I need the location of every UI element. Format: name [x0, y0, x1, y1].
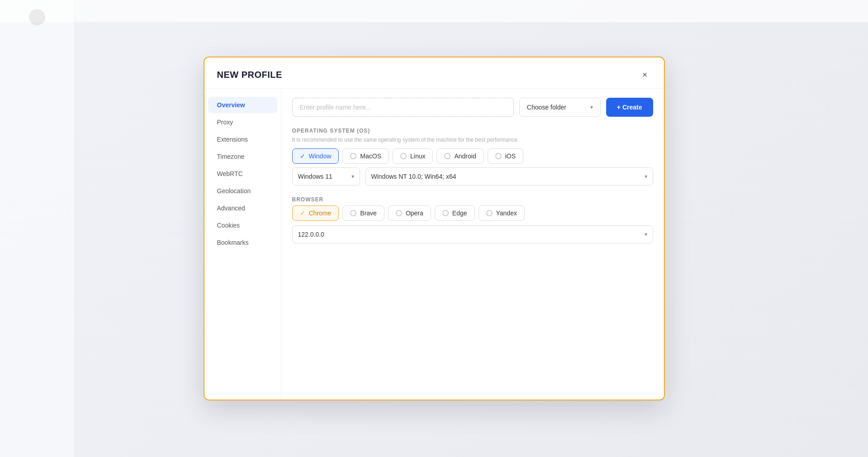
- radio-dot-macos: [350, 153, 356, 159]
- browser-section-label: BROWSER: [292, 196, 653, 203]
- nav-item-timezone[interactable]: Timezone: [208, 148, 277, 165]
- nav-item-webrtc[interactable]: WebRTC: [208, 166, 277, 182]
- radio-dot-brave: [350, 210, 356, 216]
- close-button[interactable]: ×: [639, 68, 651, 81]
- os-version-select[interactable]: Windows 11 ▾: [292, 167, 360, 186]
- os-agent-select[interactable]: Windows NT 10.0; Win64; x64 ▾: [365, 167, 653, 186]
- browser-section: BROWSER ✓ Chrome Brave: [292, 196, 653, 243]
- os-section-hint: It is recommended to use the same operat…: [292, 137, 653, 143]
- nav-item-extensions[interactable]: Extensions: [208, 131, 277, 148]
- create-button[interactable]: + Create: [606, 98, 653, 117]
- chevron-down-icon: ▾: [645, 231, 647, 238]
- os-option-macos-label: MacOS: [360, 152, 381, 160]
- browser-option-brave[interactable]: Brave: [342, 205, 384, 221]
- browser-option-brave-label: Brave: [360, 209, 377, 217]
- browser-version-value: 122.0.0.0: [298, 231, 324, 238]
- os-version-row: Windows 11 ▾ Windows NT 10.0; Win64; x64…: [292, 167, 653, 186]
- check-icon-chrome: ✓: [300, 209, 305, 217]
- nav-item-bookmarks[interactable]: Bookmarks: [208, 234, 277, 251]
- os-option-linux[interactable]: Linux: [393, 148, 433, 164]
- os-option-window-label: Window: [309, 152, 332, 160]
- folder-select[interactable]: Choose folder ▾: [519, 98, 601, 117]
- browser-option-opera-label: Opera: [406, 209, 423, 217]
- browser-option-edge-label: Edge: [452, 209, 467, 217]
- os-option-window[interactable]: ✓ Window: [292, 148, 339, 164]
- os-section: OPERATING SYSTEM (OS) It is recommended …: [292, 128, 653, 186]
- radio-dot-yandex: [486, 210, 493, 216]
- modal-nav: Overview Proxy Extensions Timezone WebRT…: [204, 89, 281, 400]
- os-section-label: OPERATING SYSTEM (OS): [292, 128, 653, 134]
- nav-item-overview[interactable]: Overview: [208, 97, 277, 113]
- modal-content: Choose folder ▾ + Create OPERATING SYSTE…: [281, 89, 664, 400]
- os-radio-group: ✓ Window MacOS Linux: [292, 148, 653, 164]
- os-option-ios[interactable]: iOS: [488, 148, 523, 164]
- os-agent-value: Windows NT 10.0; Win64; x64: [371, 173, 456, 180]
- browser-option-yandex[interactable]: Yandex: [479, 205, 525, 221]
- modal-title: NEW PROFILE: [217, 70, 282, 80]
- radio-dot-android: [444, 153, 451, 159]
- modal-body: Overview Proxy Extensions Timezone WebRT…: [204, 89, 664, 400]
- browser-option-edge[interactable]: Edge: [435, 205, 475, 221]
- modal-header: NEW PROFILE ×: [204, 57, 664, 89]
- browser-version-select[interactable]: 122.0.0.0 ▾: [292, 225, 653, 243]
- browser-option-chrome[interactable]: ✓ Chrome: [292, 205, 339, 221]
- browser-option-yandex-label: Yandex: [496, 209, 517, 217]
- os-option-android[interactable]: Android: [436, 148, 484, 164]
- nav-item-cookies[interactable]: Cookies: [208, 217, 277, 233]
- folder-select-label: Choose folder: [527, 104, 587, 111]
- nav-item-geolocation[interactable]: Geolocation: [208, 183, 277, 199]
- top-bar: Choose folder ▾ + Create: [292, 98, 653, 117]
- check-icon: ✓: [300, 152, 305, 160]
- os-option-macos[interactable]: MacOS: [342, 148, 389, 164]
- chevron-down-icon: ▾: [351, 173, 354, 180]
- radio-dot-ios: [495, 153, 502, 159]
- os-version-value: Windows 11: [298, 173, 332, 180]
- modal-backdrop: NEW PROFILE × Overview Proxy Extensions …: [0, 0, 868, 457]
- profile-name-input[interactable]: [292, 98, 514, 117]
- os-option-ios-label: iOS: [505, 152, 516, 160]
- os-option-linux-label: Linux: [410, 152, 425, 160]
- nav-item-advanced[interactable]: Advanced: [208, 200, 277, 216]
- radio-dot-linux: [400, 153, 407, 159]
- browser-option-chrome-label: Chrome: [309, 209, 332, 217]
- browser-option-opera[interactable]: Opera: [388, 205, 431, 221]
- new-profile-modal: NEW PROFILE × Overview Proxy Extensions …: [204, 57, 665, 400]
- chevron-down-icon: ▾: [590, 104, 593, 110]
- radio-dot-edge: [442, 210, 449, 216]
- radio-dot-opera: [396, 210, 402, 216]
- browser-radio-group: ✓ Chrome Brave Opera: [292, 205, 653, 221]
- chevron-down-icon: ▾: [645, 173, 647, 180]
- nav-item-proxy[interactable]: Proxy: [208, 114, 277, 130]
- os-option-android-label: Android: [454, 152, 476, 160]
